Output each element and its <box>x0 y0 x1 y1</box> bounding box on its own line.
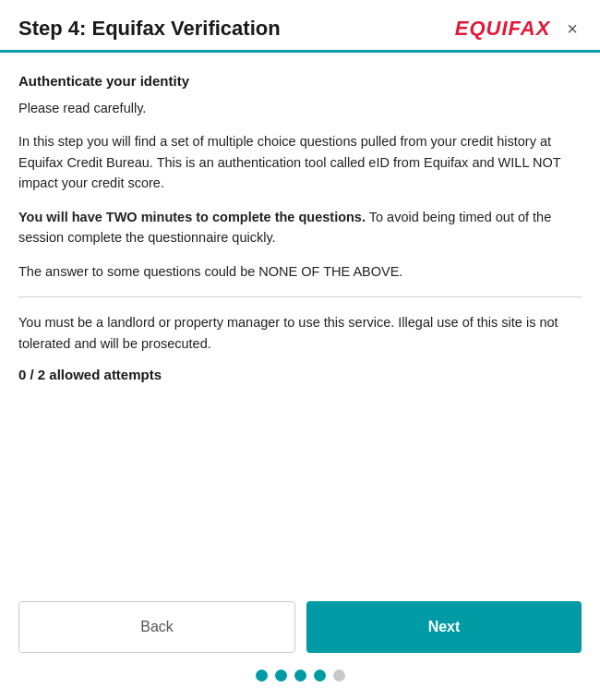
paragraph-read-carefully: Please read carefully. <box>18 98 582 118</box>
dot-2 <box>275 670 287 682</box>
dot-1 <box>256 670 268 682</box>
pagination-dots <box>256 670 345 682</box>
header-right: EQUIFAX × <box>455 17 582 41</box>
paragraph-timer-bold: You will have TWO minutes to complete th… <box>18 210 366 224</box>
dot-4 <box>314 670 326 682</box>
modal-title: Step 4: Equifax Verification <box>18 17 281 41</box>
modal-footer: Back Next <box>0 592 600 700</box>
paragraph-timer: You will have TWO minutes to complete th… <box>18 207 582 248</box>
paragraph-none-above: The answer to some questions could be NO… <box>18 261 582 282</box>
section-title: Authenticate your identity <box>18 73 582 89</box>
attempts-label: 0 / 2 allowed attempts <box>18 367 582 382</box>
dot-5 <box>333 670 345 682</box>
button-row: Back Next <box>18 601 582 653</box>
back-button[interactable]: Back <box>18 601 295 653</box>
paragraph-description: In this step you will find a set of mult… <box>18 131 582 193</box>
modal-header: Step 4: Equifax Verification EQUIFAX × <box>0 0 600 53</box>
close-button[interactable]: × <box>563 18 582 40</box>
next-button[interactable]: Next <box>306 601 582 653</box>
paragraph-landlord: You must be a landlord or property manag… <box>18 312 582 354</box>
section-divider <box>18 296 582 297</box>
equifax-logo: EQUIFAX <box>455 17 551 41</box>
modal-container: Step 4: Equifax Verification EQUIFAX × A… <box>0 0 600 700</box>
dot-3 <box>294 670 306 682</box>
modal-body: Authenticate your identity Please read c… <box>0 53 600 592</box>
